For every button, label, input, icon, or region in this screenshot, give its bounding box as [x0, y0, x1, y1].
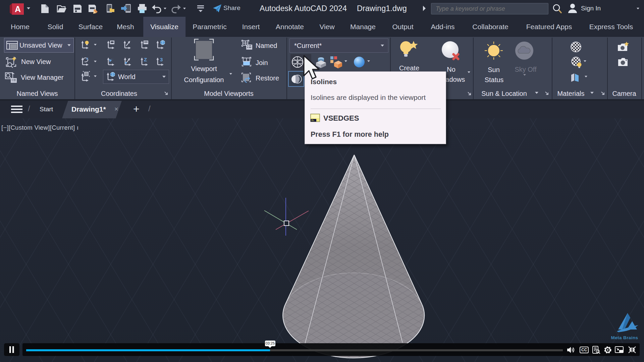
- ucs-icon[interactable]: [80, 71, 90, 82]
- drawing-viewport[interactable]: [−][Custom View][Current] ı: [0, 118, 644, 362]
- tab-home[interactable]: Home: [4, 17, 37, 37]
- closed-captions-icon[interactable]: CC: [580, 347, 589, 353]
- join-viewports-button[interactable]: Join: [256, 59, 268, 67]
- ucs-light-caret[interactable]: [94, 44, 97, 46]
- shadows-caret[interactable]: [468, 71, 470, 73]
- share-icon[interactable]: [213, 4, 222, 13]
- create-light-icon[interactable]: [398, 39, 421, 62]
- named-viewports-icon[interactable]: [241, 39, 253, 51]
- ucs-move-icon[interactable]: [122, 40, 132, 50]
- picture-in-picture-icon[interactable]: [615, 346, 624, 354]
- wireframe-style-icon[interactable]: [291, 56, 304, 68]
- ucs-named-icon[interactable]: [106, 40, 116, 50]
- ucs-rotate-caret[interactable]: [94, 61, 97, 62]
- sign-in-caret[interactable]: [637, 8, 639, 9]
- volume-icon[interactable]: [567, 346, 576, 354]
- sky-off-icon[interactable]: [515, 41, 534, 61]
- attach-material-caret[interactable]: [585, 76, 587, 77]
- join-viewports-icon[interactable]: [241, 56, 253, 67]
- materials-editor-icon[interactable]: [571, 56, 584, 68]
- restore-viewports-button[interactable]: Restore: [256, 74, 279, 82]
- progress-elapsed[interactable]: [26, 349, 270, 351]
- sun-status-label-1[interactable]: Sun: [488, 66, 500, 74]
- undo-icon[interactable]: [152, 4, 162, 13]
- search-input[interactable]: [431, 3, 548, 14]
- new-tab-button[interactable]: +: [133, 103, 140, 115]
- materials-editor-caret[interactable]: [584, 60, 586, 62]
- materials-flyout-caret[interactable]: [590, 92, 594, 94]
- redo-menu-caret[interactable]: [183, 8, 186, 9]
- shadows-label-1[interactable]: No: [447, 66, 455, 73]
- named-viewports-button[interactable]: Named: [256, 42, 277, 50]
- tab-solid[interactable]: Solid: [41, 17, 70, 37]
- ucs-3point-icon[interactable]: 3: [155, 57, 165, 67]
- viewport-config-label-2[interactable]: Configuration: [184, 76, 224, 84]
- new-file-icon[interactable]: [40, 4, 50, 14]
- tab-featured-apps[interactable]: Featured Apps: [519, 17, 579, 37]
- sun-status-label-2[interactable]: Status: [485, 76, 504, 84]
- ucs-light-icon[interactable]: [80, 40, 90, 50]
- sun-location-launcher-icon[interactable]: [545, 91, 549, 96]
- share-button[interactable]: Share: [223, 4, 240, 12]
- view-manager-button[interactable]: View Manager: [21, 74, 63, 81]
- save-as-icon[interactable]: [88, 4, 100, 14]
- logo-menu-caret[interactable]: [27, 7, 30, 9]
- autocad-logo-icon[interactable]: A: [9, 2, 25, 15]
- new-view-icon[interactable]: [5, 56, 19, 68]
- open-file-icon[interactable]: [56, 4, 67, 14]
- undo-menu-caret[interactable]: [164, 8, 166, 9]
- tab-collaborate[interactable]: Collaborate: [465, 17, 515, 37]
- customize-quick-access-icon[interactable]: [197, 5, 205, 13]
- camera-icon[interactable]: [618, 57, 629, 67]
- new-view-button[interactable]: New View: [21, 58, 51, 66]
- transcript-icon[interactable]: [592, 346, 601, 354]
- ucs-rotate-x-icon[interactable]: x: [80, 57, 90, 67]
- viewport-config-caret[interactable]: [229, 73, 232, 75]
- world-ucs-combo[interactable]: World: [103, 70, 169, 84]
- tab-start[interactable]: Start: [40, 106, 53, 113]
- tab-drawing1-label[interactable]: Drawing1*: [71, 105, 106, 113]
- tab-manage[interactable]: Manage: [343, 17, 383, 37]
- vs-manager-caret[interactable]: [344, 60, 347, 62]
- collapse-icon[interactable]: [628, 346, 637, 354]
- ucs-list-icon[interactable]: [139, 40, 149, 50]
- visual-styles-manager-icon[interactable]: [329, 55, 343, 69]
- viewport-controls[interactable]: [−][Custom View][Current] ı: [1, 124, 78, 131]
- tab-mesh[interactable]: Mesh: [110, 17, 141, 37]
- tab-surface[interactable]: Surface: [71, 17, 110, 37]
- tab-add-ins[interactable]: Add-ins: [424, 17, 462, 37]
- progress-remaining[interactable]: [270, 349, 563, 351]
- sky-off-button[interactable]: Sky Off: [515, 66, 536, 73]
- tab-visualize[interactable]: Visualize: [143, 17, 185, 37]
- view-manager-icon[interactable]: [5, 71, 19, 84]
- shaded-sphere-caret[interactable]: [367, 60, 370, 62]
- materials-browser-icon[interactable]: [570, 41, 582, 53]
- ucs-box-caret[interactable]: [94, 75, 97, 77]
- expand-title-caret[interactable]: [422, 5, 427, 12]
- save-to-mobile-icon[interactable]: [104, 3, 115, 14]
- tab-view[interactable]: View: [312, 17, 341, 37]
- materials-launcher-icon[interactable]: [601, 91, 605, 96]
- ucs-previous-icon[interactable]: [106, 57, 116, 67]
- sign-in-button[interactable]: Sign In: [581, 5, 601, 12]
- tab-parametric[interactable]: Parametric: [185, 17, 234, 37]
- open-from-mobile-icon[interactable]: [121, 3, 131, 14]
- pause-button[interactable]: [4, 343, 19, 356]
- ucs-world-icon[interactable]: [155, 40, 166, 50]
- tab-close-icon[interactable]: ×: [114, 105, 118, 113]
- save-icon[interactable]: [72, 4, 83, 14]
- viewport-config-label-1[interactable]: Viewport: [191, 65, 217, 73]
- tab-express-tools[interactable]: Express Tools: [582, 17, 640, 37]
- settings-gear-icon[interactable]: [603, 346, 612, 354]
- visual-style-combo[interactable]: *Current*: [289, 39, 388, 53]
- tab-output[interactable]: Output: [385, 17, 420, 37]
- lights-launcher-icon[interactable]: [467, 92, 472, 96]
- sky-caret[interactable]: [523, 74, 526, 76]
- user-icon[interactable]: [568, 3, 578, 14]
- sun-status-icon[interactable]: [484, 41, 503, 60]
- sun-location-flyout-caret[interactable]: [535, 92, 538, 94]
- no-shadows-icon[interactable]: [441, 40, 461, 62]
- viewport-configuration-icon[interactable]: [192, 38, 216, 62]
- restore-viewports-icon[interactable]: [241, 72, 253, 83]
- tab-annotate[interactable]: Annotate: [269, 17, 311, 37]
